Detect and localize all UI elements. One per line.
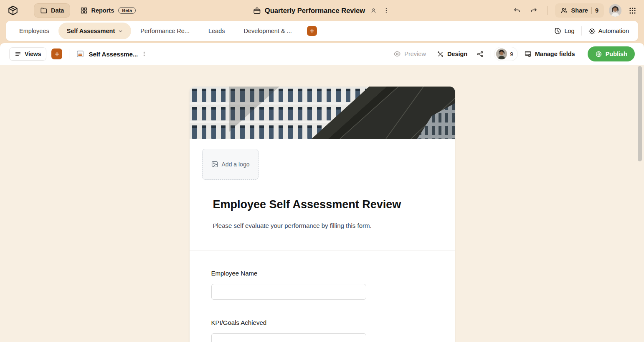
view-name[interactable]: Self Assessme... <box>89 51 138 58</box>
collaborators-pill[interactable]: 9 <box>494 47 517 61</box>
automation-button[interactable]: Automation <box>583 25 634 37</box>
add-table-button[interactable] <box>307 26 317 36</box>
share-nodes-icon <box>477 51 484 58</box>
people-icon <box>560 7 568 14</box>
form-field-kpi-goals: KPI/Goals Achieved <box>211 319 433 342</box>
vertical-scrollbar[interactable] <box>638 66 642 161</box>
beta-badge: Beta <box>118 7 136 14</box>
globe-icon <box>595 51 602 58</box>
reports-grid-icon <box>80 7 88 14</box>
eye-icon <box>393 50 401 58</box>
form-divider <box>190 250 455 250</box>
collaborator-icon[interactable] <box>369 6 378 15</box>
views-button[interactable]: Views <box>9 47 46 61</box>
collaborator-avatar <box>496 48 507 59</box>
form-cover-image[interactable] <box>190 87 455 139</box>
top-bar: Data Reports Beta Quarterly Performance … <box>0 0 644 21</box>
design-icon <box>437 51 444 58</box>
page-title: Quarterly Performance Review <box>265 7 365 15</box>
clock-icon <box>554 28 561 35</box>
plus-icon <box>309 28 315 34</box>
undo-icon <box>513 7 521 14</box>
preview-label: Preview <box>404 51 426 57</box>
form-view-icon <box>76 50 84 58</box>
table-tabs-bar: Employees Self Assessment Performance Re… <box>6 21 638 41</box>
reports-tab-label: Reports <box>91 7 114 14</box>
views-toolbar: Views Self Assessme... Preview <box>0 43 644 65</box>
automation-label: Automation <box>598 28 629 34</box>
redo-icon <box>530 7 538 14</box>
add-logo-label: Add a logo <box>222 161 250 168</box>
kpi-goals-input[interactable] <box>211 333 366 342</box>
share-view-button[interactable] <box>474 48 486 60</box>
briefcase-icon <box>253 7 261 15</box>
views-list-icon <box>15 51 21 57</box>
chevron-down-icon <box>118 29 123 33</box>
undo-button[interactable] <box>511 5 523 16</box>
folder-icon <box>40 7 48 14</box>
manage-fields-icon <box>524 50 532 58</box>
log-label: Log <box>564 28 574 34</box>
publish-label: Publish <box>606 51 627 57</box>
building-photo <box>190 87 455 139</box>
field-label: Employee Name <box>211 270 433 277</box>
manage-fields-label: Manage fields <box>535 51 575 57</box>
preview-button[interactable]: Preview <box>389 48 430 60</box>
form-title[interactable]: Employee Self Assessment Review <box>213 198 431 211</box>
view-more-menu[interactable] <box>138 49 150 59</box>
title-more-menu[interactable] <box>382 6 391 15</box>
publish-button[interactable]: Publish <box>588 46 635 61</box>
apps-grid-button[interactable] <box>626 5 638 16</box>
avatar-image <box>609 4 621 17</box>
share-label: Share <box>571 7 588 14</box>
form-field-employee-name: Employee Name <box>211 270 433 300</box>
toolbar-divider <box>490 50 490 58</box>
collaborator-count: 9 <box>510 51 513 57</box>
share-count: 9 <box>595 7 598 14</box>
apps-grid-icon <box>629 7 636 15</box>
automation-icon <box>588 28 596 35</box>
tab-development[interactable]: Development & ... <box>234 28 301 34</box>
field-label: KPI/Goals Achieved <box>211 319 433 326</box>
share-button[interactable]: Share 9 <box>555 3 604 18</box>
toolbar-divider <box>69 49 69 59</box>
image-icon <box>211 161 218 168</box>
share-pill-divider <box>591 7 592 14</box>
app-logo[interactable] <box>6 3 20 18</box>
form-design-canvas: Add a logo Employee Self Assessment Revi… <box>0 65 644 342</box>
kebab-icon <box>383 8 389 13</box>
plus-icon <box>54 51 60 57</box>
log-button[interactable]: Log <box>549 25 579 37</box>
topbar-divider <box>547 6 548 15</box>
design-label: Design <box>447 51 467 57</box>
data-tab-label: Data <box>51 7 64 14</box>
add-logo-button[interactable]: Add a logo <box>202 149 259 180</box>
tab-self-assessment-label: Self Assessment <box>67 28 115 34</box>
views-label: Views <box>25 51 41 57</box>
manage-fields-button[interactable]: Manage fields <box>520 48 579 60</box>
reports-tab-button[interactable]: Reports Beta <box>74 3 142 18</box>
user-avatar[interactable] <box>609 4 621 17</box>
topbar-divider <box>27 6 27 15</box>
cube-logo-icon <box>8 5 18 16</box>
form-subtitle[interactable]: Please self evaluate your performance by… <box>213 222 431 229</box>
kebab-icon <box>141 51 147 57</box>
data-tab-button[interactable]: Data <box>34 3 70 18</box>
tab-performance-review[interactable]: Performance Re... <box>131 28 199 34</box>
design-button[interactable]: Design <box>433 48 472 60</box>
tab-divider <box>581 26 582 36</box>
tab-employees[interactable]: Employees <box>10 28 58 34</box>
employee-name-input[interactable] <box>211 284 366 300</box>
tab-leads[interactable]: Leads <box>199 28 234 34</box>
form-card: Add a logo Employee Self Assessment Revi… <box>190 87 455 342</box>
tab-self-assessment[interactable]: Self Assessment <box>58 23 132 39</box>
add-view-button[interactable] <box>51 48 62 59</box>
redo-button[interactable] <box>528 5 540 16</box>
avatar-image <box>496 48 507 59</box>
